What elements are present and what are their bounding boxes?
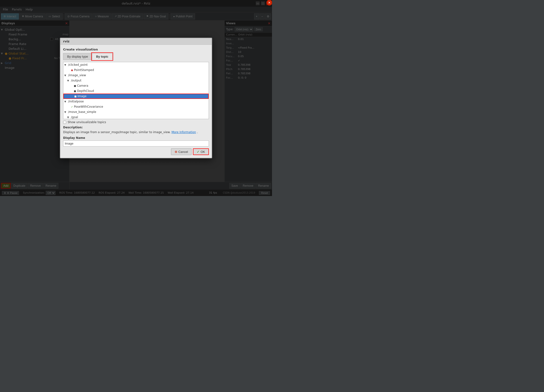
modal-overlay: rviz ✕ Create visualization By display t… <box>0 0 272 196</box>
dtree-label-image-view: /image_view <box>68 74 86 77</box>
dtree-label-image: Image <box>77 95 86 98</box>
image-icon: ■ <box>74 95 77 98</box>
dtree-output[interactable]: ▼ /output <box>63 78 209 83</box>
pointstamped-icon: ● <box>71 69 73 71</box>
expand-goal: ▼ <box>67 116 71 119</box>
dialog-title-text: rviz <box>63 40 70 43</box>
tab-by-topic[interactable]: By topic <box>92 53 112 60</box>
ok-button[interactable]: ✓ OK <box>193 148 209 155</box>
dtree-initialpose[interactable]: ▼ /initialpose <box>63 99 209 104</box>
expand-image-view: ▼ <box>64 74 68 77</box>
display-name-section: Display Name <box>63 136 209 147</box>
tab-display-type[interactable]: By display type <box>63 53 92 60</box>
dialog-tree: ▼ /clicked_point ● PointStamped ▼ /image… <box>63 62 209 119</box>
expand-initialpose: ▼ <box>64 100 68 103</box>
dtree-image-selected[interactable]: ■ Image <box>63 94 209 99</box>
dtree-label-initialpose: /initialpose <box>68 100 84 103</box>
dtree-label-move-base: /move_base_simple <box>68 110 96 114</box>
dtree-label-clicked-point: /clicked_point <box>68 63 88 66</box>
dtree-label-output: /output <box>71 79 82 82</box>
dialog-section-title: Create visualization <box>63 48 209 51</box>
cancel-icon: ⊗ <box>175 150 177 154</box>
dtree-label-goal: /goal <box>71 115 78 119</box>
show-unvis-checkbox[interactable] <box>63 121 66 124</box>
expand-output: ▼ <box>67 79 71 82</box>
desc-text: Displays an image from a sensor_msgs/Ima… <box>63 130 209 134</box>
posewithcovariance-icon: ✓ <box>71 106 73 108</box>
cancel-button[interactable]: ⊗ Cancel <box>171 148 191 155</box>
expand-clicked-point: ▼ <box>64 64 68 66</box>
show-unvis-label: Show unvisualizable topics <box>68 120 106 124</box>
camera-icon: ■ <box>74 84 76 87</box>
display-name-input[interactable] <box>63 141 209 147</box>
dialog-buttons: ⊗ Cancel ✓ OK <box>63 148 209 155</box>
dtree-camera[interactable]: ■ Camera <box>63 83 209 88</box>
description-section: Description: Displays an image from a se… <box>63 126 209 134</box>
dtree-goal[interactable]: ▼ /goal <box>63 114 209 119</box>
dtree-depthcloud[interactable]: ■ DepthCloud <box>63 88 209 94</box>
dtree-posewithcovariance[interactable]: ✓ PoseWithCovariance <box>63 104 209 109</box>
ok-label: OK <box>201 150 205 154</box>
show-unvisualizable-row: Show unvisualizable topics <box>63 120 209 124</box>
depthcloud-icon: ■ <box>74 90 76 92</box>
ok-icon: ✓ <box>197 150 200 154</box>
dialog-body: Create visualization By display type By … <box>60 45 212 158</box>
dtree-pointstamped[interactable]: ● PointStamped <box>63 67 209 73</box>
dtree-move-base[interactable]: ▼ /move_base_simple <box>63 109 209 114</box>
dtree-label-depthcloud: DepthCloud <box>77 89 94 93</box>
desc-period: . <box>197 131 198 134</box>
dialog-title-bar: rviz ✕ <box>60 38 212 45</box>
desc-link[interactable]: More Information <box>171 131 196 134</box>
dtree-clicked-point[interactable]: ▼ /clicked_point <box>63 62 209 67</box>
dialog-tabs: By display type By topic <box>63 53 209 60</box>
desc-label: Description: <box>63 126 209 129</box>
dtree-image-view[interactable]: ▼ /image_view <box>63 73 209 78</box>
create-visualization-dialog: rviz ✕ Create visualization By display t… <box>60 38 212 158</box>
expand-move-base: ▼ <box>64 111 68 113</box>
cancel-label: Cancel <box>178 150 188 154</box>
dtree-label-camera: Camera <box>77 84 88 87</box>
desc-text-content: Displays an image from a sensor_msgs/Ima… <box>63 131 171 134</box>
dtree-label-posewithcovariance: PoseWithCovariance <box>74 105 103 108</box>
dtree-label-pointstamped: PointStamped <box>74 68 94 72</box>
display-name-label: Display Name <box>63 136 209 140</box>
